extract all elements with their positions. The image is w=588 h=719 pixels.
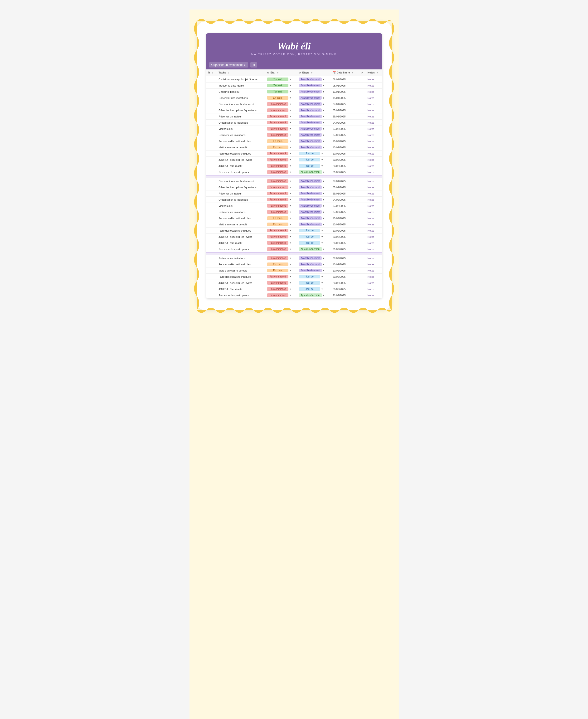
status-badge[interactable]: Terminé [267, 84, 289, 87]
table-row: Réserver un traiteurPas commencé▼Avant l… [206, 113, 382, 120]
cell-tr1 [206, 150, 217, 157]
etape-badge[interactable]: Jour de [299, 281, 320, 284]
cell-etat: Terminé▼ [265, 76, 297, 83]
etape-badge[interactable]: Après l'événement [299, 247, 322, 251]
status-badge[interactable]: Pas commencé [267, 241, 289, 245]
etape-badge[interactable]: Avant l'événement [299, 262, 322, 266]
status-badge[interactable]: Pas commencé [267, 108, 289, 112]
etape-badge[interactable]: Avant l'événement [299, 269, 322, 272]
etape-badge[interactable]: Jour de [299, 287, 320, 291]
etape-badge[interactable]: Avant l'événement [299, 179, 322, 183]
etape-badge[interactable]: Avant l'événement [299, 96, 322, 100]
cell-etat: Pas commencé▼ [265, 190, 297, 197]
cell-etape: Jour de▼ [297, 163, 331, 169]
etape-badge[interactable]: Avant l'événement [299, 84, 322, 87]
cell-date: 20/02/2025 [331, 163, 359, 169]
status-badge[interactable]: Pas commencé [267, 281, 289, 284]
etape-badge[interactable]: Jour de [299, 235, 320, 238]
etape-badge[interactable]: Avant l'événement [299, 90, 322, 93]
scallop-left [191, 21, 202, 310]
etape-badge[interactable]: Avant l'événement [299, 114, 322, 118]
cell-tr2 [358, 261, 365, 268]
col-tr2: Tr [358, 69, 365, 76]
status-badge[interactable]: Pas commencé [267, 164, 289, 168]
cell-date: 20/02/2025 [331, 150, 359, 157]
cell-etat: Pas commencé▼ [265, 286, 297, 292]
cell-etape: Avant l'événement▼ [297, 89, 331, 95]
etape-badge[interactable]: Avant l'événement [299, 78, 322, 81]
cell-date: 20/02/2025 [331, 234, 359, 240]
status-badge[interactable]: Terminé [267, 78, 289, 81]
organiser-dropdown[interactable]: Organiser un évènement ∨ [209, 62, 248, 67]
etape-badge[interactable]: Jour de [299, 152, 320, 155]
etape-dropdown-arrow: ▼ [321, 288, 323, 290]
etape-badge[interactable]: Avant l'événement [299, 146, 322, 149]
scallop-bottom [197, 305, 392, 316]
status-badge[interactable]: En cours [267, 269, 289, 272]
etape-badge[interactable]: Jour de [299, 275, 320, 278]
grid-view-button[interactable]: ⊞ [250, 62, 257, 67]
cell-tache: Réserver un traiteur [217, 190, 265, 197]
status-badge[interactable]: Pas commencé [267, 192, 289, 195]
etape-badge[interactable]: Avant l'événement [299, 108, 322, 112]
status-badge[interactable]: En cours [267, 96, 289, 100]
notes-label: Notes [368, 192, 375, 195]
cell-tr1 [206, 144, 217, 150]
status-badge[interactable]: Pas commencé [267, 102, 289, 106]
status-badge[interactable]: Pas commencé [267, 256, 289, 260]
status-badge[interactable]: Pas commencé [267, 170, 289, 174]
etape-badge[interactable]: Avant l'événement [299, 223, 322, 226]
cell-tr1 [206, 221, 217, 228]
status-badge[interactable]: En cours [267, 223, 289, 226]
etape-badge[interactable]: Avant l'événement [299, 121, 322, 124]
status-badge[interactable]: Pas commencé [267, 275, 289, 278]
status-badge[interactable]: Pas commencé [267, 127, 289, 130]
etape-badge[interactable]: Jour de [299, 164, 320, 168]
etape-badge[interactable]: Jour de [299, 158, 320, 162]
status-badge[interactable]: Pas commencé [267, 114, 289, 118]
cell-etat: Pas commencé▼ [265, 107, 297, 113]
status-badge[interactable]: En cours [267, 139, 289, 143]
status-badge[interactable]: Pas commencé [267, 198, 289, 202]
cell-notes: Notes [366, 157, 382, 163]
cell-tr2 [358, 150, 365, 157]
status-badge[interactable]: Pas commencé [267, 287, 289, 291]
status-badge[interactable]: Pas commencé [267, 229, 289, 232]
status-badge[interactable]: Pas commencé [267, 293, 289, 297]
etape-badge[interactable]: Avant l'événement [299, 192, 322, 195]
table-row: Réserver un traiteurPas commencé▼Avant l… [206, 190, 382, 197]
status-badge[interactable]: Pas commencé [267, 210, 289, 214]
etape-badge[interactable]: Avant l'événement [299, 216, 322, 220]
status-badge[interactable]: Pas commencé [267, 235, 289, 238]
etape-badge[interactable]: Avant l'événement [299, 210, 322, 214]
etape-badge[interactable]: Avant l'événement [299, 139, 322, 143]
etape-badge[interactable]: Jour de [299, 229, 320, 232]
etape-dropdown-arrow: ▼ [323, 171, 325, 173]
status-badge[interactable]: Pas commencé [267, 179, 289, 183]
status-badge[interactable]: Pas commencé [267, 247, 289, 251]
status-badge[interactable]: Pas commencé [267, 204, 289, 208]
status-badge[interactable]: Pas commencé [267, 186, 289, 189]
status-badge[interactable]: En cours [267, 216, 289, 220]
status-badge[interactable]: En cours [267, 262, 289, 266]
etape-badge[interactable]: Avant l'événement [299, 102, 322, 106]
etape-badge[interactable]: Jour de [299, 241, 320, 245]
etape-badge[interactable]: Avant l'événement [299, 186, 322, 189]
status-badge[interactable]: Terminé [267, 90, 289, 93]
etape-badge[interactable]: Avant l'événement [299, 133, 322, 137]
notes-label: Notes [368, 165, 375, 167]
status-badge[interactable]: En cours [267, 146, 289, 149]
cell-tr2 [358, 184, 365, 190]
etape-badge[interactable]: Après l'événement [299, 293, 322, 297]
etape-badge[interactable]: Avant l'événement [299, 127, 322, 130]
status-badge[interactable]: Pas commencé [267, 121, 289, 124]
etape-badge[interactable]: Avant l'événement [299, 204, 322, 208]
table-row: Relancer les invitationsPas commencé▼Ava… [206, 255, 382, 261]
status-badge[interactable]: Pas commencé [267, 152, 289, 155]
etape-badge[interactable]: Avant l'événement [299, 256, 322, 260]
etape-badge[interactable]: Avant l'événement [299, 198, 322, 202]
status-badge[interactable]: Pas commencé [267, 133, 289, 137]
etat-dropdown-arrow: ▼ [289, 109, 291, 111]
status-badge[interactable]: Pas commencé [267, 158, 289, 162]
etape-badge[interactable]: Après l'événement [299, 170, 322, 174]
